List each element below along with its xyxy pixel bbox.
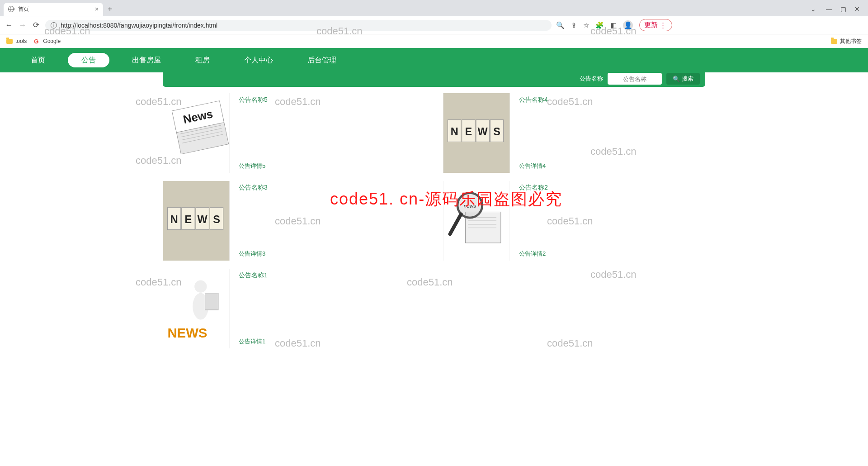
search-icon: 🔍 (673, 76, 680, 82)
announcement-detail: 公告详情5 (239, 162, 425, 170)
reload-icon[interactable]: ⟳ (32, 20, 41, 30)
announcement-detail: 公告详情4 (519, 162, 705, 170)
bookmarks-bar: tools G Google 其他书签 (0, 34, 868, 48)
google-icon: G (34, 38, 40, 44)
svg-text:N: N (451, 126, 458, 138)
nav-rent[interactable]: 租房 (178, 48, 227, 72)
update-button-label: 更新 (644, 21, 658, 29)
bookmark-label: Google (43, 38, 61, 44)
star-icon[interactable]: ☆ (583, 21, 589, 29)
announcement-detail: 公告详情2 (519, 250, 705, 258)
announcement-grid: News 公告名称5 公告详情5 NEWS 公告名称4 公告详情4 NEWS 公… (163, 93, 705, 348)
update-button[interactable]: 更新 ⋮ (639, 19, 672, 31)
announcement-card[interactable]: news 公告名称2 公告详情2 (443, 181, 705, 261)
minimize-icon[interactable]: — (826, 5, 832, 13)
chevron-down-icon[interactable]: ⌄ (811, 5, 816, 13)
tab-bar: 首页 × + ⌄ — ▢ ✕ (0, 0, 868, 16)
search-label: 公告名称 (580, 75, 603, 83)
new-tab-button[interactable]: + (108, 5, 113, 14)
search-button-label: 搜索 (682, 75, 693, 83)
zoom-icon[interactable]: 🔍 (556, 21, 565, 29)
bookmark-other[interactable]: 其他书签 (831, 38, 862, 45)
bookmark-google[interactable]: G Google (34, 38, 61, 44)
close-window-icon[interactable]: ✕ (854, 5, 860, 13)
address-bar: ← → ⟳ i http://localhost:8080/fangwujiao… (0, 16, 868, 34)
announcement-thumbnail: NEWS (443, 93, 510, 173)
announcement-card[interactable]: NEWS 公告名称4 公告详情4 (443, 93, 705, 173)
maximize-icon[interactable]: ▢ (840, 5, 846, 13)
nav-announcement[interactable]: 公告 (68, 53, 109, 67)
svg-point-36 (194, 280, 207, 292)
menu-dots-icon: ⋮ (660, 21, 667, 29)
search-button[interactable]: 🔍 搜索 (666, 73, 700, 85)
share-icon[interactable]: ⇪ (571, 21, 577, 29)
announcement-title: 公告名称2 (519, 184, 705, 192)
back-icon[interactable]: ← (5, 21, 14, 30)
main-nav: 首页 公告 出售房屋 租房 个人中心 后台管理 (0, 48, 868, 72)
announcement-card[interactable]: NEWS 公告名称1 公告详情1 (163, 269, 425, 348)
announcement-detail: 公告详情3 (239, 250, 425, 258)
nav-admin[interactable]: 后台管理 (290, 48, 354, 72)
bookmark-tools[interactable]: tools (6, 38, 27, 44)
svg-text:NEWS: NEWS (167, 325, 207, 340)
announcement-thumbnail: News (163, 93, 230, 173)
announcement-title: 公告名称3 (239, 184, 425, 192)
svg-text:S: S (493, 126, 500, 138)
side-panel-icon[interactable]: ◧ (610, 21, 617, 29)
announcement-thumbnail: NEWS (163, 269, 230, 348)
nav-sell-house[interactable]: 出售房屋 (115, 48, 178, 72)
announcement-title: 公告名称4 (519, 96, 705, 104)
announcement-thumbnail: NEWS (163, 181, 230, 261)
nav-profile[interactable]: 个人中心 (227, 48, 290, 72)
svg-text:news: news (464, 203, 476, 209)
site-info-icon[interactable]: i (51, 22, 57, 29)
announcement-card[interactable]: News 公告名称5 公告详情5 (163, 93, 425, 173)
svg-rect-38 (205, 293, 218, 310)
search-input[interactable] (608, 73, 662, 85)
folder-icon (6, 39, 13, 44)
svg-text:W: W (478, 126, 488, 138)
forward-icon[interactable]: → (18, 21, 27, 30)
svg-text:S: S (213, 214, 220, 225)
nav-home[interactable]: 首页 (14, 48, 62, 72)
announcement-title: 公告名称1 (239, 271, 425, 280)
announcement-title: 公告名称5 (239, 96, 425, 104)
extensions-icon[interactable]: 🧩 (595, 21, 604, 29)
profile-icon[interactable]: 👤 (623, 20, 633, 30)
close-icon[interactable]: × (95, 5, 99, 13)
svg-text:W: W (198, 214, 208, 225)
folder-icon (831, 39, 837, 44)
url-text: http://localhost:8080/fangwujiaoyipingta… (61, 22, 217, 29)
url-box[interactable]: i http://localhost:8080/fangwujiaoyiping… (45, 20, 552, 31)
announcement-detail: 公告详情1 (239, 338, 425, 346)
svg-text:E: E (185, 214, 192, 225)
tab-title: 首页 (18, 5, 29, 13)
announcement-thumbnail: news (443, 181, 510, 261)
bookmark-label: tools (15, 38, 27, 44)
announcement-card[interactable]: NEWS 公告名称3 公告详情3 (163, 181, 425, 261)
search-bar: 公告名称 🔍 搜索 (163, 71, 705, 87)
window-controls: ⌄ — ▢ ✕ (811, 5, 864, 13)
bookmark-label: 其他书签 (840, 38, 862, 45)
svg-text:N: N (170, 214, 178, 225)
svg-text:E: E (465, 126, 472, 138)
globe-icon (8, 6, 14, 12)
browser-tab[interactable]: 首页 × (4, 3, 103, 16)
